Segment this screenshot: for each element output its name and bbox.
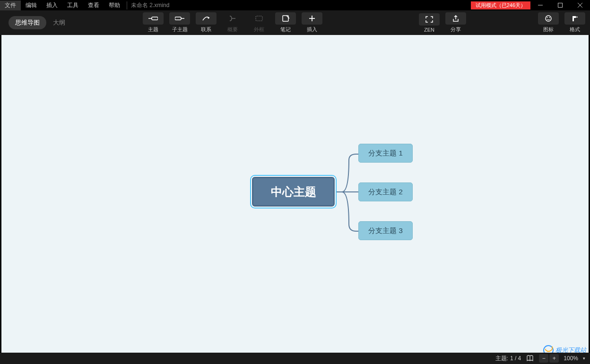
branch-topic-2[interactable]: 分支主题 2 — [358, 182, 413, 201]
boundary-label: 外框 — [254, 26, 264, 33]
relationship-icon — [196, 12, 217, 25]
notes-button[interactable]: 笔记 — [274, 12, 297, 33]
svg-point-14 — [547, 17, 548, 18]
subtopic-label: 子主题 — [172, 26, 188, 33]
tab-outline[interactable]: 大纲 — [46, 16, 72, 29]
notes-label: 笔记 — [280, 26, 291, 33]
menu-edit[interactable]: 编辑 — [21, 0, 42, 10]
toolbar: 思维导图 大纲 主题 子主题 联系 概要 — [0, 10, 590, 35]
canvas[interactable]: 中心主题 分支主题 1 分支主题 2 分支主题 3 — [1, 35, 589, 353]
minimize-button[interactable] — [530, 0, 550, 10]
zoom-level[interactable]: 100% — [564, 355, 578, 362]
window-controls — [530, 0, 590, 10]
summary-label: 概要 — [227, 26, 238, 33]
tool-group-main: 主题 子主题 联系 概要 外框 — [142, 12, 323, 33]
menu-insert[interactable]: 插入 — [42, 0, 62, 10]
summary-icon — [222, 12, 243, 25]
boundary-icon — [249, 12, 269, 25]
branch-topic-1[interactable]: 分支主题 1 — [358, 144, 413, 163]
topic-label: 主题 — [148, 26, 158, 33]
share-button[interactable]: 分享 — [444, 12, 467, 33]
format-icon — [564, 12, 585, 25]
svg-point-15 — [549, 17, 550, 18]
menu-view[interactable]: 查看 — [83, 0, 104, 10]
boundary-button: 外框 — [248, 12, 270, 33]
tab-mindmap[interactable]: 思维导图 — [9, 16, 46, 29]
zoom-in-button[interactable]: + — [549, 354, 559, 363]
topic-button[interactable]: 主题 — [142, 12, 165, 33]
close-button[interactable] — [570, 0, 590, 10]
summary-button: 概要 — [221, 12, 244, 33]
zoom-out-button[interactable]: − — [539, 354, 548, 363]
main-menu: 文件 编辑 插入 工具 查看 帮助 — [0, 0, 125, 10]
insert-button[interactable]: 插入 — [301, 12, 323, 33]
svg-point-13 — [546, 16, 551, 21]
svg-rect-6 — [175, 17, 181, 20]
format-label: 格式 — [570, 26, 580, 33]
zen-button[interactable]: ZEN — [418, 12, 441, 33]
markers-button[interactable]: 图标 — [537, 12, 560, 33]
maximize-button[interactable] — [550, 0, 570, 10]
share-label: 分享 — [451, 26, 461, 33]
zen-label: ZEN — [424, 27, 434, 33]
format-button[interactable]: 格式 — [564, 12, 586, 33]
svg-rect-9 — [256, 16, 262, 21]
markers-label: 图标 — [543, 26, 554, 33]
zen-icon — [419, 13, 440, 26]
document-title: 未命名 2.xmind — [127, 1, 169, 9]
subtopic-icon — [169, 12, 190, 25]
titlebar: 文件 编辑 插入 工具 查看 帮助 未命名 2.xmind 试用模式（已246天… — [0, 0, 590, 10]
insert-icon — [302, 12, 322, 25]
view-tabs: 思维导图 大纲 — [9, 16, 72, 29]
relationship-label: 联系 — [201, 26, 211, 33]
outliner-icon[interactable] — [526, 354, 534, 363]
zoom-dropdown-icon[interactable]: ▾ — [583, 356, 585, 361]
notes-icon — [275, 12, 296, 25]
share-icon — [445, 12, 466, 25]
menu-file[interactable]: 文件 — [0, 0, 21, 10]
insert-label: 插入 — [307, 26, 317, 33]
zoom-controls: − + — [539, 354, 559, 363]
topic-icon — [143, 12, 164, 25]
relationship-button[interactable]: 联系 — [195, 12, 217, 33]
statusbar: 主题: 1 / 4 − + 100% ▾ — [0, 353, 590, 364]
tool-group-format: 图标 格式 — [537, 12, 586, 33]
branch-topic-3[interactable]: 分支主题 3 — [358, 221, 413, 240]
markers-icon — [538, 12, 559, 25]
menu-tools[interactable]: 工具 — [62, 0, 83, 10]
tool-group-right: ZEN 分享 — [418, 12, 467, 33]
topics-value: 1 / 4 — [510, 355, 521, 362]
central-topic[interactable]: 中心主题 — [252, 177, 335, 207]
svg-rect-4 — [152, 17, 158, 20]
menu-help[interactable]: 帮助 — [104, 0, 125, 10]
subtopic-button[interactable]: 子主题 — [168, 12, 191, 33]
topics-count: 主题: 1 / 4 — [495, 355, 521, 363]
topics-label: 主题: — [495, 355, 508, 363]
svg-rect-1 — [558, 3, 563, 8]
trial-mode-badge[interactable]: 试用模式（已246天） — [471, 1, 530, 9]
